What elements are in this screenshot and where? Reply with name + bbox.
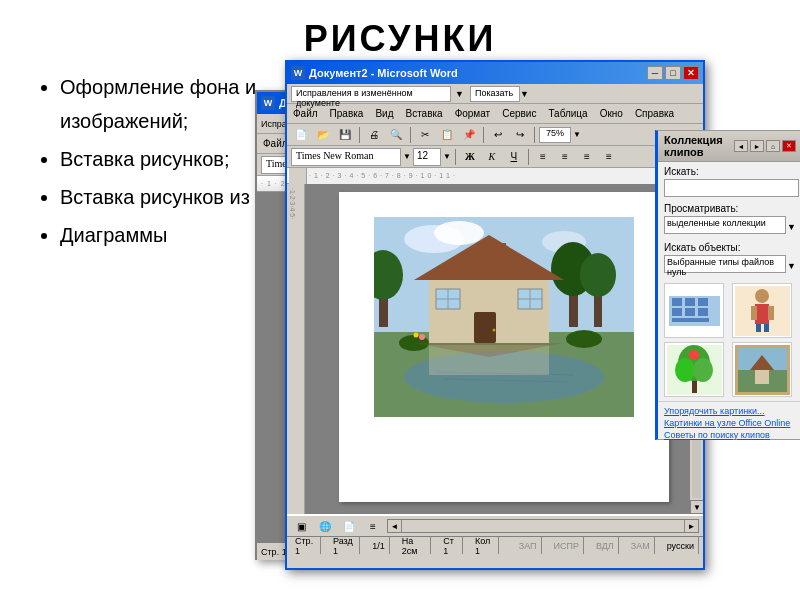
- svg-point-73: [689, 350, 699, 360]
- undo-button[interactable]: ↩: [488, 126, 508, 144]
- tb-sep3: [483, 127, 484, 143]
- corrections-dropdown[interactable]: Исправления в изменённом документе: [291, 86, 451, 102]
- svg-point-71: [675, 358, 695, 382]
- svg-rect-54: [672, 298, 682, 306]
- scroll-right-button[interactable]: ►: [684, 520, 698, 532]
- status-rec: ЗАП: [515, 537, 542, 554]
- menu-table-front[interactable]: Таблица: [546, 107, 589, 120]
- menu-view-front[interactable]: Вид: [373, 107, 395, 120]
- doc-page-front: [339, 192, 669, 502]
- show-dropdown[interactable]: Показать: [470, 86, 520, 102]
- svg-point-31: [580, 253, 616, 297]
- redo-button[interactable]: ↪: [510, 126, 530, 144]
- search-tips-link[interactable]: Советы по поиску клипов: [664, 430, 796, 440]
- office-online-link[interactable]: Картинки на узле Office Online: [664, 418, 796, 428]
- menu-window-front[interactable]: Окно: [598, 107, 625, 120]
- new-doc-button[interactable]: 📄: [291, 126, 311, 144]
- clipart-thumb-4[interactable]: [732, 342, 792, 397]
- view-print-button[interactable]: 📄: [339, 517, 359, 535]
- find-dropdown[interactable]: Выбранные типы файлов нуль: [664, 255, 786, 273]
- paste-button[interactable]: 📌: [459, 126, 479, 144]
- maximize-button-front[interactable]: □: [665, 66, 681, 80]
- underline-button-front[interactable]: Ч: [504, 148, 524, 166]
- scrollbar-horizontal[interactable]: ◄ ►: [387, 519, 699, 533]
- doc-scroll-area[interactable]: ▲ ▼: [305, 184, 703, 514]
- status-pages: 1/1: [368, 537, 390, 554]
- svg-rect-65: [768, 306, 774, 320]
- font-size-front[interactable]: 12: [413, 148, 441, 166]
- slide: РИСУНКИ Оформление фона и изображений; В…: [0, 0, 800, 600]
- scroll-down-button[interactable]: ▼: [690, 500, 703, 514]
- fmt-toolbar-front: Times New Roman ▼ 12 ▼ Ж К Ч ≡ ≡ ≡ ≡: [287, 146, 703, 168]
- menu-file-front[interactable]: Файл: [291, 107, 320, 120]
- status-pos: На 2см: [398, 537, 431, 554]
- organize-link[interactable]: Упорядочить картинки...: [664, 406, 796, 416]
- zoom-arrow: ▼: [573, 130, 581, 139]
- svg-point-48: [566, 330, 602, 348]
- tb-sep4: [534, 127, 535, 143]
- close-button-front[interactable]: ✕: [683, 66, 699, 80]
- search-row: Начать: [664, 179, 796, 197]
- clipart-forward-button[interactable]: ►: [750, 140, 764, 152]
- svg-rect-57: [672, 308, 682, 316]
- preview-button[interactable]: 🔍: [386, 126, 406, 144]
- taskbar-area: ▣ 🌐 📄 ≡ ◄ ►: [287, 514, 703, 536]
- ruler-front: ·1·2·3·4·5·6·7·8·9·10·11·: [287, 168, 703, 184]
- svg-rect-67: [764, 324, 769, 332]
- align-left-button[interactable]: ≡: [533, 148, 553, 166]
- font-name-front[interactable]: Times New Roman: [291, 148, 401, 166]
- browse-arrow: ▼: [787, 222, 796, 232]
- menu-edit-front[interactable]: Правка: [328, 107, 366, 120]
- minimize-button-front[interactable]: ─: [647, 66, 663, 80]
- clipart-thumb-3[interactable]: [664, 342, 724, 397]
- copy-button[interactable]: 📋: [437, 126, 457, 144]
- window-title-front: Документ2 - Microsoft Word: [309, 67, 458, 79]
- clipart-back-button[interactable]: ◄: [734, 140, 748, 152]
- clipart-body: Искать: Начать Просматривать: выделенные…: [658, 162, 800, 401]
- scroll-left-button[interactable]: ◄: [388, 520, 402, 532]
- menu-format-front[interactable]: Формат: [453, 107, 493, 120]
- view-normal-button[interactable]: ▣: [291, 517, 311, 535]
- ruler-body: ·1·2·3·4·5·6·7·8·9·10·11·: [307, 168, 701, 184]
- word-window-front[interactable]: W Документ2 - Microsoft Word ─ □ ✕ Испра…: [285, 60, 705, 570]
- tb-sep1: [359, 127, 360, 143]
- corrections-bar-front: Исправления в изменённом документе ▼ Пок…: [287, 84, 703, 104]
- status-page: Стр. 1: [291, 537, 321, 554]
- fmt-sep1: [455, 149, 456, 165]
- search-input[interactable]: [664, 179, 799, 197]
- cut-button[interactable]: ✂: [415, 126, 435, 144]
- save-button[interactable]: 💾: [335, 126, 355, 144]
- justify-button[interactable]: ≡: [599, 148, 619, 166]
- italic-button-front[interactable]: К: [482, 148, 502, 166]
- align-center-button[interactable]: ≡: [555, 148, 575, 166]
- window-controls-front: ─ □ ✕: [647, 66, 699, 80]
- clipart-close-button[interactable]: ✕: [782, 140, 796, 152]
- browse-dropdown[interactable]: выделенные коллекции: [664, 216, 786, 234]
- menu-insert-front[interactable]: Вставка: [403, 107, 444, 120]
- svg-rect-58: [685, 308, 695, 316]
- find-arrow: ▼: [787, 261, 796, 271]
- clipart-home-button[interactable]: ⌂: [766, 140, 780, 152]
- menu-tools-front[interactable]: Сервис: [500, 107, 538, 120]
- clipart-thumb-1[interactable]: [664, 283, 724, 338]
- menu-help-front[interactable]: Справка: [633, 107, 676, 120]
- zoom-box[interactable]: 75%: [539, 127, 571, 143]
- open-button[interactable]: 📂: [313, 126, 333, 144]
- svg-rect-59: [698, 308, 708, 316]
- print-button[interactable]: 🖨: [364, 126, 384, 144]
- clipart-panel: Коллекция клипов ◄ ► ⌂ ✕ Искать: Начать …: [655, 130, 800, 440]
- svg-rect-64: [751, 306, 757, 320]
- view-web-button[interactable]: 🌐: [315, 517, 335, 535]
- clipart-thumb-2[interactable]: [732, 283, 792, 338]
- svg-rect-38: [492, 243, 506, 267]
- view-outline-button[interactable]: ≡: [363, 517, 383, 535]
- status-extend: ВДЛ: [592, 537, 619, 554]
- font-name-arrow: ▼: [403, 152, 411, 161]
- bold-button-front[interactable]: Ж: [460, 148, 480, 166]
- align-right-button[interactable]: ≡: [577, 148, 597, 166]
- svg-rect-56: [698, 298, 708, 306]
- status-language: русски: [663, 537, 699, 554]
- status-overwrite: ЗАМ: [627, 537, 655, 554]
- svg-point-62: [755, 289, 769, 303]
- svg-rect-63: [755, 304, 769, 324]
